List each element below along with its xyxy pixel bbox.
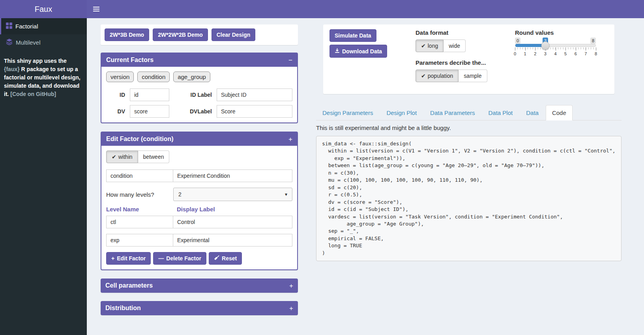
check-icon: ✔	[421, 43, 426, 49]
distribution-box[interactable]: Distribution +	[101, 301, 298, 315]
download-data-button[interactable]: Download Data	[329, 45, 387, 58]
grid-icon	[6, 23, 12, 30]
between-toggle-button[interactable]: between	[138, 151, 170, 163]
id-input[interactable]	[130, 88, 169, 101]
dv-label-input[interactable]	[217, 105, 292, 118]
button-label: Delete Factor	[166, 255, 201, 262]
sidebar-item-label: Multilevel	[16, 39, 41, 46]
sample-toggle-button[interactable]: sample	[459, 70, 487, 82]
plus-icon: +	[111, 255, 114, 262]
expand-icon[interactable]: +	[288, 136, 292, 143]
delete-factor-button[interactable]: — Delete Factor	[153, 252, 206, 265]
app-logo[interactable]: Faux	[0, 0, 87, 18]
id-label-label: ID Label	[174, 92, 212, 98]
github-code-link[interactable]: [Code on GitHub]	[10, 91, 56, 97]
within-toggle-button[interactable]: ✔ within	[106, 151, 138, 163]
box-title: Cell parameters	[105, 282, 153, 289]
output-column: Simulate Data Download Data Data f	[316, 24, 622, 261]
current-factors-body: version condition age_group ID ID Label …	[101, 67, 297, 122]
factor-type-toggle: ✔ within between	[106, 151, 169, 163]
id-label: ID	[106, 92, 125, 98]
navbar	[87, 0, 644, 18]
demo-buttons-card: 2W*3B Demo 2W*2W*2B Demo Clear Design	[101, 24, 298, 45]
round-values-slider: 0 3 8	[515, 44, 596, 57]
faux-package-link[interactable]: {faux}	[4, 66, 20, 72]
edit-factor-button[interactable]: + Edit Factor	[106, 252, 151, 265]
sidebar-item-multilevel[interactable]: Multilevel	[0, 34, 87, 51]
code-tab-note: This is still experimental and might be …	[316, 124, 622, 131]
slider-track[interactable]	[515, 44, 596, 47]
levels-question-label: How many levels?	[106, 191, 173, 198]
toggle-label: within	[118, 154, 133, 160]
level-column-headers: Level Name Display Label	[106, 206, 292, 213]
tab-data-plot[interactable]: Data Plot	[482, 105, 519, 120]
collapse-icon[interactable]: −	[288, 57, 292, 64]
simulate-card: Simulate Data Download Data Data f	[323, 24, 614, 94]
generated-code-block: sim_data <- faux::sim_design( within = l…	[316, 136, 622, 261]
id-dv-form: ID ID Label DV DVLabel	[106, 88, 292, 118]
button-label: Edit Factor	[117, 255, 146, 262]
levels-count-select[interactable]: 2 ▾	[173, 188, 292, 201]
tick-label: 0	[514, 51, 516, 56]
sidebar-item-factorial[interactable]: Factorial	[0, 18, 87, 34]
level-row	[106, 216, 292, 228]
factor-tag-condition[interactable]: condition	[137, 72, 170, 82]
sidebar-item-label: Factorial	[15, 23, 38, 30]
dv-label: DV	[106, 108, 125, 115]
round-values-group: Round values 0 3 8	[515, 29, 608, 89]
level-name-input[interactable]	[106, 216, 173, 228]
sidebar-toggle-button[interactable]	[87, 6, 106, 13]
round-values-label: Round values	[515, 29, 608, 36]
long-toggle-button[interactable]: ✔ long	[416, 40, 444, 52]
expand-icon[interactable]: +	[289, 305, 293, 312]
sidebar: Factorial Multilevel This shiny app uses…	[0, 18, 87, 335]
toggle-label: population	[428, 73, 453, 79]
level-name-input[interactable]	[106, 234, 173, 247]
box-title: Distribution	[105, 305, 141, 312]
reset-button[interactable]: Reset	[209, 252, 242, 265]
tick-label: 3	[544, 51, 547, 56]
chevron-down-icon: ▾	[285, 192, 287, 197]
dv-label-label: DVLabel	[174, 108, 212, 115]
slider-handle[interactable]	[541, 41, 550, 50]
tab-design-parameters[interactable]: Design Parameters	[316, 105, 379, 120]
tick-label: 4	[554, 51, 556, 56]
tick-label: 1	[524, 51, 526, 56]
cell-parameters-box[interactable]: Cell parameters +	[101, 279, 298, 293]
main-content: 2W*3B Demo 2W*2W*2B Demo Clear Design Cu…	[87, 18, 644, 335]
factor-tag-version[interactable]: version	[106, 72, 134, 82]
edit-factor-box: Edit Factor (condition) + ✔ within betwe…	[101, 132, 298, 270]
factor-display-input[interactable]	[173, 169, 292, 182]
slider-ticks: 0 1 2 3 4 5 6 7 8	[515, 47, 596, 57]
check-icon: ✔	[421, 73, 426, 79]
tab-data[interactable]: Data	[520, 105, 545, 120]
wide-toggle-button[interactable]: wide	[444, 40, 466, 52]
factor-name-input[interactable]	[106, 169, 173, 182]
levels-count-row: How many levels? 2 ▾	[106, 188, 292, 201]
level-label-input[interactable]	[173, 234, 292, 247]
dv-input[interactable]	[130, 105, 169, 118]
demo-2w2w2b-button[interactable]: 2W*2W*2B Demo	[153, 28, 208, 41]
tab-code[interactable]: Code	[546, 105, 573, 120]
parameters-describe-group: Parameters decribe the... ✔ population s…	[416, 59, 515, 82]
simulate-data-button[interactable]: Simulate Data	[329, 29, 376, 42]
button-label: Download Data	[342, 48, 382, 55]
expand-icon[interactable]: +	[289, 282, 293, 289]
top-bar: Faux	[0, 0, 644, 18]
tab-design-plot[interactable]: Design Plot	[380, 105, 423, 120]
factor-action-buttons: + Edit Factor — Delete Factor	[106, 252, 292, 265]
factor-tags: version condition age_group	[106, 72, 292, 82]
level-label-input[interactable]	[173, 216, 292, 228]
description-text: This shiny app uses the	[4, 58, 67, 64]
display-label-header: Display Label	[173, 206, 215, 213]
design-column: 2W*3B Demo 2W*2W*2B Demo Clear Design Cu…	[101, 24, 298, 324]
clear-design-button[interactable]: Clear Design	[212, 28, 256, 41]
parameters-describe-label: Parameters decribe the...	[416, 59, 515, 66]
tick-label: 8	[595, 51, 597, 56]
slider-max-badge: 8	[590, 38, 596, 44]
demo-2w3b-button[interactable]: 2W*3B Demo	[105, 28, 149, 41]
population-toggle-button[interactable]: ✔ population	[416, 70, 459, 82]
factor-tag-age-group[interactable]: age_group	[173, 72, 210, 82]
id-label-input[interactable]	[217, 88, 292, 101]
tab-data-parameters[interactable]: Data Parameters	[424, 105, 481, 120]
